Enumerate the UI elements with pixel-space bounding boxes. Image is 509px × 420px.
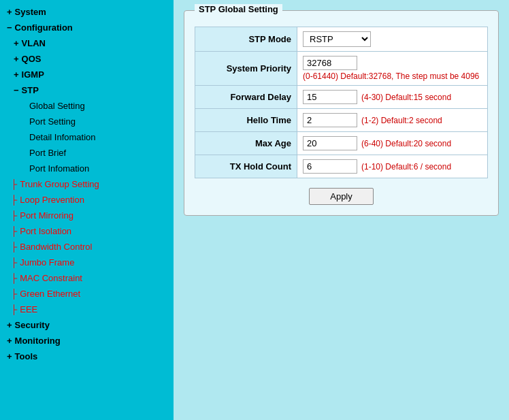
expand-icon: +: [7, 336, 12, 346]
input-tx-hold-count[interactable]: [303, 159, 357, 174]
sidebar-item-label: Trunk Group Setting: [20, 179, 99, 189]
sidebar-item-port-brief[interactable]: Port Brief: [0, 145, 174, 161]
form-row-tx-hold-count: TX Hold Count(1-10) Default:6 / second: [195, 155, 488, 178]
form-row-max-age: Max Age(6-40) Default:20 second: [195, 132, 488, 155]
sidebar-item-label: Security: [15, 320, 50, 330]
bar-icon: ├: [11, 242, 17, 252]
sidebar-item-loop-prevention[interactable]: ├Loop Prevention: [0, 192, 174, 208]
sidebar-item-label: Jumbo Frame: [20, 257, 74, 268]
field-label-system-priority: System Priority: [195, 52, 297, 86]
hint-max-age: (6-40) Default:20 second: [361, 139, 451, 148]
expand-icon: +: [14, 54, 19, 64]
sidebar-item-green-ethernet[interactable]: ├Green Ethernet: [0, 286, 174, 302]
bar-icon: ├: [11, 195, 17, 205]
field-label-hello-time: Hello Time: [195, 109, 297, 132]
input-max-age[interactable]: [303, 136, 357, 150]
sidebar-item-port-mirroring[interactable]: ├Port Mirroring: [0, 208, 174, 223]
sidebar-item-detail-infomation[interactable]: Detail Infomation: [0, 129, 174, 145]
stp-global-setting-panel: STP Global Setting STP ModeSTPRSTPMSTPSy…: [184, 10, 499, 216]
sidebar-item-qos[interactable]: +QOS: [0, 51, 174, 67]
field-label-tx-hold-count: TX Hold Count: [195, 155, 297, 178]
input-system-priority[interactable]: [303, 56, 357, 70]
sidebar-item-label: Port Infomation: [29, 163, 89, 174]
sidebar-item-label: Port Brief: [29, 148, 66, 158]
sidebar-item-global-setting[interactable]: Global Setting: [0, 98, 174, 114]
bar-icon: ├: [11, 304, 17, 314]
hint-tx-hold-count: (1-10) Default:6 / second: [361, 162, 451, 172]
sidebar-item-label: Global Setting: [29, 101, 85, 111]
sidebar-item-monitoring[interactable]: +Monitoring: [0, 333, 174, 349]
sidebar-item-jumbo-frame[interactable]: ├Jumbo Frame: [0, 255, 174, 270]
field-value-system-priority: (0-61440) Default:32768, The step must b…: [297, 52, 488, 86]
main-content: STP Global Setting STP ModeSTPRSTPMSTPSy…: [174, 0, 509, 420]
sidebar-item-label: Configuration: [15, 22, 73, 33]
collapse-icon: −: [14, 85, 19, 95]
sidebar-item-port-setting[interactable]: Port Setting: [0, 114, 174, 129]
field-label-stp-mode: STP Mode: [195, 27, 297, 52]
sidebar-item-label: Detail Infomation: [29, 132, 96, 142]
field-value-hello-time: (1-2) Default:2 second: [297, 109, 488, 132]
input-hello-time[interactable]: [303, 113, 357, 127]
field-label-max-age: Max Age: [195, 132, 297, 155]
apply-row: Apply: [195, 188, 488, 205]
sidebar-item-mac-constraint[interactable]: ├MAC Constraint: [0, 270, 174, 286]
sidebar-item-trunk-group-setting[interactable]: ├Trunk Group Setting: [0, 176, 174, 192]
bar-icon: ├: [11, 273, 17, 283]
sidebar-item-label: Port Setting: [29, 116, 76, 127]
sidebar-item-vlan[interactable]: +VLAN: [0, 35, 174, 51]
sidebar-item-system[interactable]: +System: [0, 4, 174, 20]
expand-icon: +: [14, 69, 19, 80]
sidebar-item-security[interactable]: +Security: [0, 317, 174, 333]
sidebar-item-label: MAC Constraint: [20, 273, 82, 283]
apply-button[interactable]: Apply: [309, 188, 374, 205]
expand-icon: +: [7, 320, 12, 330]
sidebar-item-label: Tools: [15, 351, 38, 361]
sidebar-item-label: System: [15, 7, 46, 17]
sidebar-item-port-infomation[interactable]: Port Infomation: [0, 161, 174, 176]
sidebar-item-port-isolation[interactable]: ├Port Isolation: [0, 223, 174, 239]
sidebar-item-tools[interactable]: +Tools: [0, 349, 174, 364]
bar-icon: ├: [11, 257, 17, 268]
form-row-hello-time: Hello Time(1-2) Default:2 second: [195, 109, 488, 132]
input-wrapper-system-priority: (0-61440) Default:32768, The step must b…: [303, 56, 482, 81]
sidebar-item-bandwidth-control[interactable]: ├Bandwidth Control: [0, 239, 174, 255]
sidebar-item-label: Port Mirroring: [20, 210, 73, 221]
expand-icon: +: [7, 351, 12, 361]
sidebar-item-label: STP: [22, 85, 39, 95]
field-value-max-age: (6-40) Default:20 second: [297, 132, 488, 155]
sidebar: +System−Configuration+VLAN+QOS+IGMP−STPG…: [0, 0, 174, 420]
expand-icon: +: [7, 7, 12, 17]
input-forward-delay[interactable]: [303, 90, 357, 104]
sidebar-item-stp[interactable]: −STP: [0, 82, 174, 98]
sidebar-item-label: Bandwidth Control: [20, 242, 92, 252]
hint-hello-time: (1-2) Default:2 second: [361, 116, 442, 125]
select-stp-mode[interactable]: STPRSTPMSTP: [303, 31, 371, 47]
bar-icon: ├: [11, 289, 17, 299]
form-row-system-priority: System Priority(0-61440) Default:32768, …: [195, 52, 488, 86]
hint-system-priority: (0-61440) Default:32768, The step must b…: [303, 71, 482, 81]
sidebar-item-igmp[interactable]: +IGMP: [0, 67, 174, 82]
settings-table: STP ModeSTPRSTPMSTPSystem Priority(0-614…: [195, 27, 488, 178]
form-row-stp-mode: STP ModeSTPRSTPMSTP: [195, 27, 488, 52]
sidebar-item-label: EEE: [20, 304, 37, 314]
expand-icon: +: [14, 38, 19, 48]
sidebar-item-label: IGMP: [22, 69, 44, 80]
sidebar-item-label: VLAN: [22, 38, 46, 48]
hint-forward-delay: (4-30) Default:15 second: [361, 93, 451, 102]
bar-icon: ├: [11, 226, 17, 236]
form-row-forward-delay: Forward Delay(4-30) Default:15 second: [195, 86, 488, 109]
panel-title: STP Global Setting: [195, 4, 282, 14]
sidebar-item-eee[interactable]: ├EEE: [0, 302, 174, 317]
field-label-forward-delay: Forward Delay: [195, 86, 297, 109]
field-value-forward-delay: (4-30) Default:15 second: [297, 86, 488, 109]
bar-icon: ├: [11, 179, 17, 189]
bar-icon: ├: [11, 210, 17, 221]
sidebar-item-configuration[interactable]: −Configuration: [0, 20, 174, 35]
sidebar-item-label: Green Ethernet: [20, 289, 80, 299]
sidebar-item-label: Port Isolation: [20, 226, 71, 236]
collapse-icon: −: [7, 22, 12, 33]
sidebar-item-label: Loop Prevention: [20, 195, 84, 205]
field-value-tx-hold-count: (1-10) Default:6 / second: [297, 155, 488, 178]
field-value-stp-mode: STPRSTPMSTP: [297, 27, 488, 52]
sidebar-item-label: QOS: [22, 54, 42, 64]
